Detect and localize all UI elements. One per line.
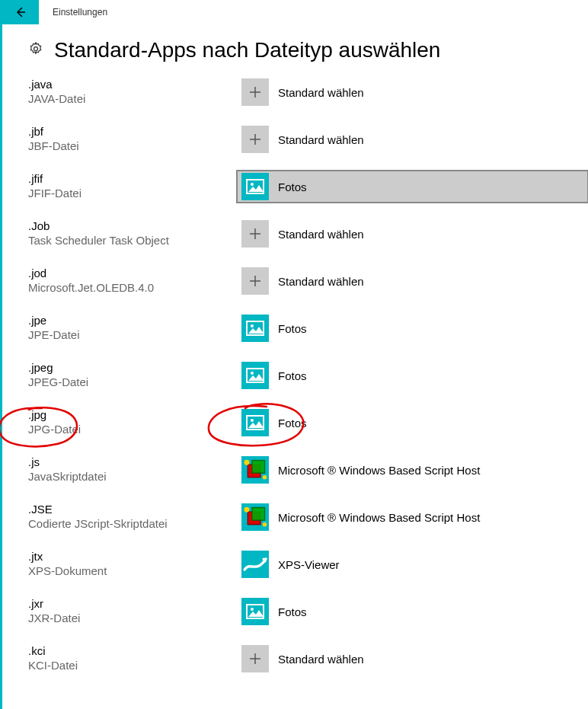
extension-column: .javaJAVA-Datei	[28, 76, 241, 105]
extension-column: .JSECodierte JScript-Skriptdatei	[28, 501, 241, 530]
app-label: Fotos	[278, 369, 307, 382]
extension-description: JAVA-Datei	[28, 92, 241, 105]
file-type-row: .JSECodierte JScript-SkriptdateiMicrosof…	[28, 501, 588, 548]
extension-description: JXR-Datei	[28, 612, 241, 624]
photos-icon	[241, 173, 269, 200]
extension-column: .JobTask Scheduler Task Object	[28, 218, 241, 247]
photos-icon	[241, 598, 269, 625]
app-label: Standard wählen	[278, 133, 364, 146]
default-app-button[interactable]: XPS-Viewer	[241, 548, 588, 580]
default-app-button[interactable]: Standard wählen	[241, 76, 588, 108]
page-title: Standard-Apps nach Dateityp auswählen	[54, 38, 440, 62]
default-app-button[interactable]: Fotos	[241, 312, 588, 344]
extension-name: .jpe	[28, 314, 241, 327]
svg-point-6	[251, 372, 254, 375]
svg-point-18	[251, 608, 254, 611]
default-app-button[interactable]: Standard wählen	[241, 123, 588, 155]
extension-column: .jpeJPE-Datei	[28, 312, 241, 341]
titlebar: Einstellungen	[0, 0, 588, 24]
svg-point-16	[263, 522, 267, 527]
extension-column: .jsJavaSkriptdatei	[28, 454, 241, 483]
app-label: Microsoft ® Windows Based Script Host	[278, 511, 480, 524]
extension-description: Microsoft.Jet.OLEDB.4.0	[28, 281, 241, 294]
extension-column: .jtxXPS-Dokument	[28, 548, 241, 577]
extension-column: .jbfJBF-Datei	[28, 123, 241, 152]
back-button[interactable]	[2, 0, 39, 24]
file-type-row: .jpgJPG-DateiFotos	[28, 407, 588, 454]
app-label: Microsoft ® Windows Based Script Host	[278, 464, 480, 477]
svg-point-2	[251, 183, 254, 186]
content-area: Standard-Apps nach Dateityp auswählen .j…	[0, 24, 588, 709]
app-label: XPS-Viewer	[278, 558, 340, 571]
extension-column: .jfifJFIF-Datei	[28, 171, 241, 200]
extension-description: XPS-Dokument	[28, 564, 241, 577]
extension-name: .jfif	[28, 172, 241, 185]
extension-column: .jpgJPG-Datei	[28, 407, 241, 436]
extension-column: .jxrJXR-Datei	[28, 596, 241, 624]
plus-icon	[241, 126, 269, 153]
file-type-list: .javaJAVA-DateiStandard wählen.jbfJBF-Da…	[28, 76, 588, 690]
extension-column: .jodMicrosoft.Jet.OLEDB.4.0	[28, 265, 241, 294]
app-label: Fotos	[278, 417, 307, 430]
xps-icon	[241, 551, 269, 578]
photos-icon	[241, 362, 269, 389]
extension-description: JBF-Datei	[28, 139, 241, 152]
svg-point-15	[244, 507, 249, 513]
svg-point-8	[251, 419, 254, 422]
app-label: Fotos	[278, 322, 307, 335]
extension-description: JPEG-Datei	[28, 375, 241, 388]
default-app-button[interactable]: Microsoft ® Windows Based Script Host	[241, 501, 588, 533]
extension-name: .js	[28, 455, 241, 468]
extension-name: .jxr	[28, 597, 241, 610]
gear-icon	[28, 41, 43, 59]
extension-description: Codierte JScript-Skriptdatei	[28, 517, 241, 530]
default-app-button[interactable]: Standard wählen	[241, 265, 588, 297]
extension-name: .jpg	[28, 408, 241, 421]
file-type-row: .jodMicrosoft.Jet.OLEDB.4.0Standard wähl…	[28, 265, 588, 312]
app-label: Fotos	[278, 605, 307, 618]
default-app-button[interactable]: Fotos	[241, 359, 588, 391]
extension-name: .jod	[28, 267, 241, 279]
svg-rect-10	[252, 461, 265, 474]
file-type-row: .JobTask Scheduler Task ObjectStandard w…	[28, 218, 588, 265]
svg-point-11	[244, 460, 249, 465]
window-title: Einstellungen	[53, 7, 107, 18]
extension-column: .kciKCI-Datei	[28, 643, 241, 672]
file-type-row: .jtxXPS-DokumentXPS-Viewer	[28, 548, 588, 596]
file-type-row: .jsJavaSkriptdateiMicrosoft ® Windows Ba…	[28, 454, 588, 501]
svg-point-4	[251, 324, 254, 327]
default-app-button[interactable]: Standard wählen	[241, 218, 588, 250]
plus-icon	[241, 220, 269, 248]
script-icon	[241, 503, 269, 531]
file-type-row: .jpeJPE-DateiFotos	[28, 312, 588, 359]
photos-icon	[241, 409, 269, 436]
default-app-button[interactable]: Fotos	[237, 171, 588, 203]
page-header: Standard-Apps nach Dateityp auswählen	[28, 38, 588, 62]
default-app-button[interactable]: Fotos	[241, 596, 588, 628]
app-label: Standard wählen	[278, 86, 364, 99]
svg-point-12	[263, 475, 267, 480]
app-label: Standard wählen	[278, 228, 364, 241]
default-app-button[interactable]: Fotos	[241, 407, 588, 439]
svg-rect-14	[252, 508, 265, 521]
svg-point-0	[34, 47, 38, 51]
extension-name: .JSE	[28, 503, 241, 516]
extension-description: KCI-Datei	[28, 659, 241, 672]
extension-name: .jbf	[28, 125, 241, 138]
extension-name: .jtx	[28, 550, 241, 563]
plus-icon	[241, 645, 269, 672]
app-label: Standard wählen	[278, 275, 364, 288]
app-label: Standard wählen	[278, 653, 364, 666]
extension-name: .jpeg	[28, 361, 241, 374]
plus-icon	[241, 78, 269, 106]
default-app-button[interactable]: Standard wählen	[241, 643, 588, 675]
extension-name: .kci	[28, 644, 241, 657]
extension-column: .jpegJPEG-Datei	[28, 359, 241, 388]
file-type-row: .kciKCI-DateiStandard wählen	[28, 643, 588, 690]
file-type-row: .jfifJFIF-DateiFotos	[28, 171, 588, 218]
file-type-row: .javaJAVA-DateiStandard wählen	[28, 76, 588, 123]
file-type-row: .jxrJXR-DateiFotos	[28, 596, 588, 643]
file-type-row: .jbfJBF-DateiStandard wählen	[28, 123, 588, 171]
extension-description: Task Scheduler Task Object	[28, 234, 241, 247]
default-app-button[interactable]: Microsoft ® Windows Based Script Host	[241, 454, 588, 486]
